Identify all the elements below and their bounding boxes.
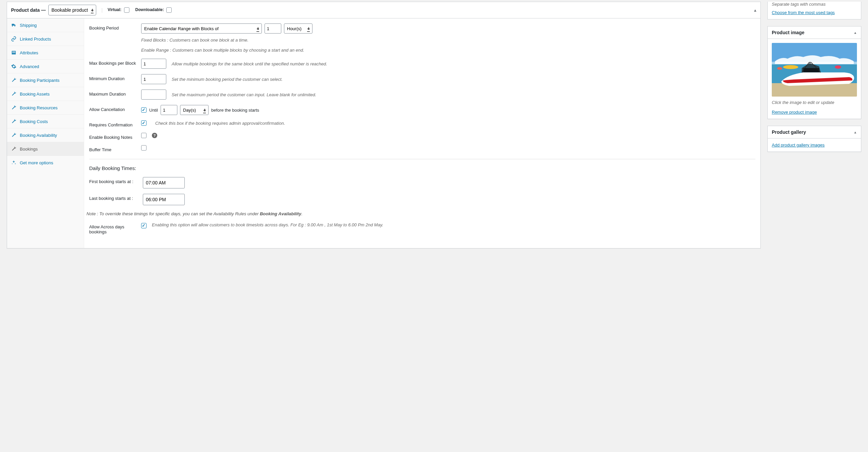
- allow-across-label: Allow Across days bookings: [89, 222, 141, 234]
- tab-get-more-options[interactable]: Get more options: [7, 156, 84, 169]
- tab-label: Attributes: [20, 50, 38, 55]
- tab-label: Get more options: [20, 160, 53, 165]
- tags-panel-bottom: Separate tags with commas Choose from th…: [768, 2, 861, 20]
- tab-booking-availability[interactable]: Booking Availability: [7, 128, 84, 142]
- tab-label: Booking Assets: [20, 92, 50, 97]
- truck-icon: [11, 23, 17, 28]
- daily-booking-heading: Daily Booking Times:: [89, 165, 755, 171]
- svg-rect-10: [803, 68, 819, 72]
- last-booking-label: Last booking starts at :: [89, 194, 143, 201]
- wrench-icon: [11, 146, 17, 152]
- downloadable-label: Downloadable:: [135, 7, 172, 13]
- availability-note: Note : To override these timings for spe…: [87, 211, 755, 216]
- requires-confirm-label: Requires Confirmation: [89, 120, 141, 127]
- tab-label: Booking Availability: [20, 133, 57, 138]
- chevron-up-icon[interactable]: ▲: [854, 31, 857, 34]
- remove-image-link[interactable]: Remove product image: [772, 110, 817, 115]
- panel-title: Product data —: [11, 7, 45, 13]
- wrench-icon: [11, 91, 17, 97]
- tab-label: Shipping: [20, 23, 37, 28]
- last-booking-input[interactable]: [143, 194, 185, 205]
- cancel-value-input[interactable]: [161, 105, 177, 115]
- max-bookings-label: Max Bookings per Block: [89, 59, 141, 66]
- wrench-icon: [11, 78, 17, 83]
- help-icon[interactable]: ?: [152, 133, 157, 138]
- sparkle-icon: [11, 160, 17, 165]
- tab-booking-participants[interactable]: Booking Participants: [7, 73, 84, 87]
- tab-label: Booking Costs: [20, 119, 48, 124]
- tab-attributes[interactable]: Attributes: [7, 46, 84, 60]
- booking-period-label: Booking Period: [89, 24, 141, 31]
- divider: |: [101, 7, 102, 13]
- image-hint: Click the image to edit or update: [772, 100, 857, 105]
- product-image[interactable]: [772, 43, 857, 97]
- wrench-icon: [11, 105, 17, 110]
- tab-booking-resources[interactable]: Booking Resources: [7, 101, 84, 115]
- max-bookings-input[interactable]: [141, 59, 166, 69]
- downloadable-checkbox[interactable]: [166, 7, 172, 13]
- min-duration-input[interactable]: [141, 74, 166, 84]
- tab-label: Advanced: [20, 64, 39, 69]
- enable-notes-checkbox[interactable]: [141, 133, 147, 138]
- svg-point-7: [783, 65, 798, 69]
- allow-across-checkbox[interactable]: [141, 223, 147, 228]
- max-duration-help: Set the maximum period the customer can …: [172, 92, 316, 97]
- tab-bookings[interactable]: Bookings: [7, 142, 84, 156]
- max-duration-input[interactable]: [141, 90, 166, 99]
- cancel-unit-select[interactable]: Day(s): [180, 105, 209, 115]
- allow-cancel-label: Allow Cancellation: [89, 105, 141, 112]
- product-data-tabs: Shipping Linked Products Attributes Adva…: [7, 19, 84, 248]
- buffer-time-label: Buffer Time: [89, 145, 141, 152]
- tags-hint: Separate tags with commas: [768, 2, 861, 10]
- product-gallery-panel: Product gallery ▲ Add product gallery im…: [768, 126, 861, 152]
- svg-rect-6: [772, 83, 857, 97]
- until-label: Until: [149, 108, 158, 113]
- svg-point-8: [835, 65, 841, 69]
- virtual-checkbox[interactable]: [124, 7, 129, 13]
- requires-confirm-help: Check this box if the booking requires a…: [155, 121, 285, 126]
- tab-label: Linked Products: [20, 36, 51, 41]
- choose-tags-link[interactable]: Choose from the most used tags: [772, 10, 835, 15]
- tab-booking-assets[interactable]: Booking Assets: [7, 87, 84, 101]
- max-bookings-help: Allow multiple bookings for the same blo…: [172, 61, 327, 66]
- tab-shipping[interactable]: Shipping: [7, 19, 84, 32]
- list-icon: [11, 50, 17, 55]
- allow-across-help: Enabling this option will allow customer…: [152, 222, 755, 227]
- enable-notes-label: Enable Booking Notes: [89, 133, 141, 140]
- min-duration-help: Set the minimum booking period the custo…: [172, 77, 283, 82]
- bookings-tab-content: Booking Period Enable Calendar Range wit…: [84, 19, 761, 248]
- section-divider: [89, 159, 755, 159]
- booking-period-help2: Enable Range : Customers can book multip…: [141, 47, 755, 54]
- chevron-up-icon[interactable]: ▲: [854, 130, 857, 134]
- product-data-panel: Product data — Bookable product ▴▾ | Vir…: [7, 2, 761, 248]
- tab-label: Bookings: [20, 147, 37, 152]
- booking-period-qty-input[interactable]: [265, 24, 281, 33]
- product-data-header: Product data — Bookable product ▴▾ | Vir…: [7, 2, 761, 19]
- collapse-toggle-icon[interactable]: ▴: [754, 7, 756, 13]
- gallery-panel-title: Product gallery: [772, 129, 806, 135]
- booking-period-unit-select[interactable]: Hour(s): [284, 24, 312, 33]
- max-duration-label: Maximum Duration: [89, 90, 141, 97]
- first-booking-label: First booking starts at :: [89, 177, 143, 184]
- requires-confirm-checkbox[interactable]: [141, 120, 147, 126]
- tab-booking-costs[interactable]: Booking Costs: [7, 115, 84, 128]
- gear-icon: [11, 64, 17, 69]
- add-gallery-link[interactable]: Add product gallery images: [772, 143, 825, 148]
- product-type-select[interactable]: Bookable product: [48, 5, 96, 16]
- product-image-panel-title: Product image: [772, 30, 804, 35]
- tab-label: Booking Resources: [20, 105, 58, 110]
- svg-rect-2: [12, 52, 15, 53]
- product-image-panel: Product image ▲: [768, 26, 861, 119]
- virtual-label: Virtual:: [107, 7, 129, 13]
- svg-point-9: [777, 67, 782, 70]
- wrench-icon: [11, 132, 17, 138]
- min-duration-label: Minimum Duration: [89, 74, 141, 81]
- first-booking-input[interactable]: [143, 177, 185, 188]
- cancel-suffix-label: before the booking starts: [211, 108, 259, 113]
- buffer-time-checkbox[interactable]: [141, 145, 147, 151]
- tab-linked-products[interactable]: Linked Products: [7, 32, 84, 46]
- wrench-icon: [11, 119, 17, 124]
- booking-period-mode-select[interactable]: Enable Calendar Range with Blocks of: [141, 24, 262, 33]
- tab-advanced[interactable]: Advanced: [7, 60, 84, 73]
- allow-cancel-checkbox[interactable]: [141, 107, 147, 113]
